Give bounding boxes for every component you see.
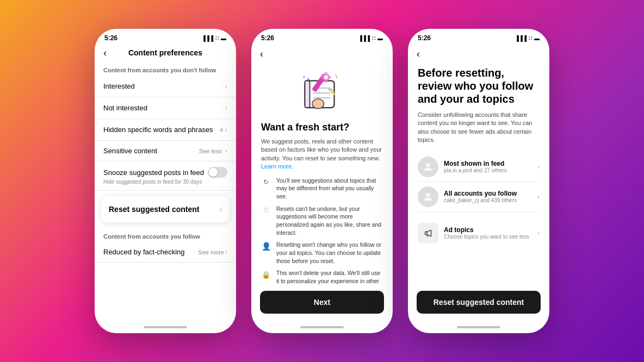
sensitive-content-item[interactable]: Sensitive content See less › [95,141,236,161]
ad-topics-title: Ad topics [444,226,532,234]
status-bar-1: 5:26 ▐▐▐ ∷ ▬ [95,29,236,44]
bullet-text-4: This won't delete your data. We'll still… [276,269,383,285]
fresh-start-illustration: ✦ ✦ [298,68,346,117]
megaphone-icon [422,227,434,239]
reset-card[interactable]: Reset suggested content › [101,196,230,222]
main-title-2: Want a fresh start? [261,122,383,133]
svg-point-14 [325,72,327,74]
back-arrow-2[interactable]: ‹ [260,48,263,59]
lock-icon: 🔒 [261,270,271,279]
home-bar-3 [457,326,500,328]
hidden-words-badge: 4 [220,127,223,133]
page-title-1: Content preferences [128,48,202,57]
section-label-2: Content from accounts you follow [95,228,236,242]
hidden-words-item[interactable]: Hidden specific words and phrases 4 › [95,119,236,141]
reset-button-3[interactable]: Reset suggested content [417,291,541,314]
most-shown-sub: pia.in.a.pod and 27 others [444,167,532,173]
hidden-words-right: 4 › [220,126,227,134]
person-icon: 👤 [261,241,271,251]
bullet-list: ↻ You'll see suggestions about topics th… [261,177,383,285]
svg-rect-1 [305,81,310,108]
back-arrow-1[interactable]: ‹ [103,47,107,59]
home-indicator-2 [251,321,393,333]
see-less-label: See less [199,148,222,154]
phone-1: 5:26 ▐▐▐ ∷ ▬ ‹ Content preferences Conte… [95,29,236,333]
screen-1: ‹ Content preferences Content from accou… [95,44,236,321]
nav-bar-1: ‹ Content preferences [95,44,236,61]
not-interested-label: Not interested [103,104,147,112]
bullet-item-2: ♡ Resets can't be undone, but your sugge… [261,205,383,237]
see-more-label: See more [198,249,224,255]
ad-topics-info: Ad topics Choose topics you want to see … [444,226,532,240]
refresh-icon: ↻ [261,177,271,187]
sensitive-chevron: › [225,147,227,155]
status-icons-3: ▐▐▐ ∷ ▬ [515,35,540,41]
fact-check-chevron: › [225,248,227,256]
svg-text:✦: ✦ [335,73,337,77]
hidden-words-chevron: › [225,126,227,134]
svg-point-17 [320,76,323,79]
status-icons-2: ▐▐▐ ∷ ▬ [358,35,383,41]
all-accounts-chevron: › [537,193,540,201]
most-shown-chevron: › [537,163,540,171]
all-accounts-sub: cake_baker_cj and 439 others [444,197,532,203]
ad-topics-icon [418,223,438,244]
interested-chevron: › [225,83,227,90]
snooze-label: Snooze suggested posts in feed [103,168,204,177]
avatar-all-accounts [418,186,438,207]
person-silhouette-2 [422,191,434,203]
all-accounts-item[interactable]: All accounts you follow cake_baker_cj an… [418,182,540,212]
next-button[interactable]: Next [260,291,384,314]
status-bar-2: 5:26 ▐▐▐ ∷ ▬ [251,29,393,44]
all-accounts-info: All accounts you follow cake_baker_cj an… [444,190,532,203]
most-shown-title: Most shown in feed [444,160,532,167]
bullet-text-1: You'll see suggestions about topics that… [276,177,383,201]
bullet-text-3: Resetting won't change who you follow or… [276,241,383,265]
svg-point-15 [329,76,331,79]
content-area-2: Want a fresh start? We suggest posts, re… [251,122,393,285]
not-interested-chevron: › [225,104,227,112]
bullet-item-1: ↻ You'll see suggestions about topics th… [261,177,383,201]
avatar-most-shown [418,157,438,177]
wifi-icon-2: ∷ [372,35,375,41]
sensitive-label: Sensitive content [103,147,157,155]
reset-chevron: › [219,205,222,214]
svg-point-16 [325,80,327,83]
svg-point-20 [426,192,430,196]
content-area-3: Before resetting, review who you follow … [408,62,549,285]
status-icons-1: ▐▐▐ ∷ ▬ [202,35,226,41]
illustration-area: ✦ ✦ [251,62,393,122]
home-indicator-1 [95,321,236,333]
interested-label: Interested [103,82,135,90]
spacer [418,212,540,217]
learn-more-link[interactable]: Learn more. [261,163,293,170]
bullet-item-4: 🔒 This won't delete your data. We'll sti… [261,269,383,285]
nav-bar-2: ‹ [251,44,393,62]
interested-item[interactable]: Interested › [95,76,236,97]
fact-check-item[interactable]: Reduced by fact-checking See more › [95,242,236,263]
home-bar-2 [300,326,344,328]
time-1: 5:26 [104,34,117,42]
battery-icon-3: ▬ [534,35,540,41]
most-shown-item[interactable]: Most shown in feed pia.in.a.pod and 27 o… [418,152,540,182]
sensitive-right: See less › [199,147,227,155]
section-label-1: Content from accounts you don't follow [95,61,236,76]
nav-bar-3: ‹ [408,44,549,62]
most-shown-info: Most shown in feed pia.in.a.pod and 27 o… [444,160,532,173]
not-interested-item[interactable]: Not interested › [95,97,236,119]
signal-icon-2: ▐▐▐ [358,35,370,41]
home-indicator-3 [408,321,549,333]
hidden-words-label: Hidden specific words and phrases [103,126,213,134]
snooze-item: Snooze suggested posts in feed Hide sugg… [95,161,236,191]
snooze-toggle[interactable] [208,167,227,178]
signal-icon: ▐▐▐ [202,35,213,41]
back-arrow-3[interactable]: ‹ [417,48,420,59]
svg-point-19 [426,163,430,166]
all-accounts-title: All accounts you follow [444,190,532,197]
svg-rect-21 [425,232,428,235]
svg-point-13 [324,76,328,79]
ad-topics-chevron: › [537,229,540,237]
ad-topics-item[interactable]: Ad topics Choose topics you want to see … [418,217,540,249]
heart-icon: ♡ [261,205,271,215]
wifi-icon: ∷ [215,35,219,41]
